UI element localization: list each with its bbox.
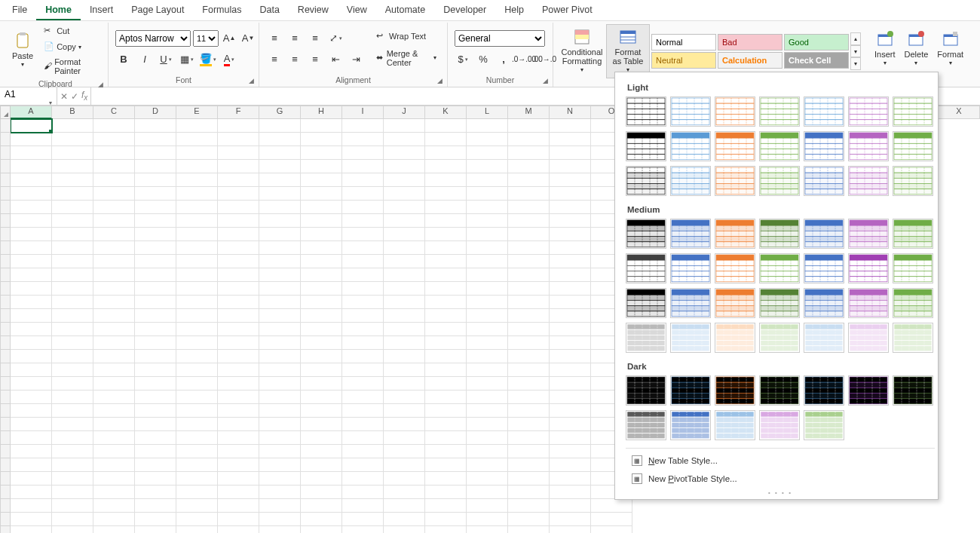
bold-button[interactable]: B	[115, 51, 132, 68]
cell[interactable]	[259, 445, 301, 458]
table-style-thumb[interactable]	[759, 323, 800, 353]
cell[interactable]	[301, 309, 342, 323]
cell[interactable]	[425, 323, 467, 336]
underline-button[interactable]: U	[158, 51, 174, 68]
cell[interactable]	[384, 472, 425, 486]
table-style-thumb[interactable]	[759, 166, 800, 196]
row-header[interactable]	[0, 363, 11, 377]
cell[interactable]	[135, 350, 176, 363]
cell[interactable]	[550, 173, 591, 187]
row-header[interactable]	[0, 201, 11, 214]
align-bottom-button[interactable]: ≡	[307, 30, 323, 47]
cell[interactable]	[11, 526, 52, 533]
cell[interactable]	[550, 377, 591, 391]
cell[interactable]	[135, 255, 176, 268]
cell[interactable]	[11, 458, 52, 472]
cell[interactable]	[11, 133, 52, 146]
cell[interactable]	[384, 404, 425, 418]
table-style-thumb[interactable]	[715, 166, 755, 196]
table-style-thumb[interactable]	[804, 323, 844, 353]
cell[interactable]	[301, 241, 342, 255]
cell[interactable]	[301, 228, 342, 241]
cell[interactable]	[301, 458, 342, 472]
cell[interactable]	[259, 336, 301, 350]
cell[interactable]	[550, 160, 591, 173]
cell[interactable]	[467, 296, 508, 309]
row-header[interactable]	[0, 526, 11, 533]
cell[interactable]	[135, 268, 176, 282]
cell[interactable]	[11, 201, 52, 214]
cell[interactable]	[259, 513, 301, 526]
cell[interactable]	[467, 486, 508, 499]
cell[interactable]	[342, 323, 384, 336]
cell[interactable]	[93, 201, 135, 214]
cell[interactable]	[259, 418, 301, 431]
cell[interactable]	[218, 309, 259, 323]
cell[interactable]	[425, 486, 467, 499]
cell[interactable]	[218, 404, 259, 418]
cell[interactable]	[467, 391, 508, 404]
cell[interactable]	[93, 458, 135, 472]
cell-style-bad[interactable]: Bad	[718, 34, 782, 51]
delete-cells-button[interactable]: Delete▾	[900, 27, 933, 71]
table-style-thumb[interactable]	[626, 323, 666, 353]
table-style-thumb[interactable]	[893, 323, 933, 353]
cell[interactable]	[176, 282, 218, 296]
cell[interactable]	[384, 146, 425, 160]
cell[interactable]	[425, 133, 467, 146]
cell[interactable]	[52, 214, 93, 228]
table-style-thumb[interactable]	[804, 131, 844, 161]
cell[interactable]	[52, 119, 93, 133]
table-style-thumb[interactable]	[848, 131, 889, 161]
cell[interactable]	[135, 363, 176, 377]
cell[interactable]	[467, 363, 508, 377]
cut-button[interactable]: ✂Cut	[40, 24, 101, 38]
cell[interactable]	[218, 160, 259, 173]
borders-button[interactable]: ▦	[179, 51, 195, 68]
table-style-thumb[interactable]	[715, 131, 755, 161]
table-style-thumb[interactable]	[804, 96, 844, 127]
cell[interactable]	[52, 309, 93, 323]
cell[interactable]	[135, 391, 176, 404]
cell[interactable]	[384, 268, 425, 282]
cell[interactable]	[93, 173, 135, 187]
table-style-thumb[interactable]	[804, 288, 844, 318]
cell[interactable]	[342, 458, 384, 472]
cell[interactable]	[425, 241, 467, 255]
cell[interactable]	[342, 214, 384, 228]
cell[interactable]	[11, 404, 52, 418]
cell[interactable]	[384, 486, 425, 499]
cell[interactable]	[218, 363, 259, 377]
cell[interactable]	[52, 173, 93, 187]
cell[interactable]	[176, 255, 218, 268]
col-header-X[interactable]: X	[939, 106, 980, 119]
table-style-thumb[interactable]	[759, 375, 800, 406]
cell[interactable]	[218, 255, 259, 268]
cell[interactable]	[550, 309, 591, 323]
cell[interactable]	[259, 486, 301, 499]
row-header[interactable]	[0, 418, 11, 431]
cell[interactable]	[135, 472, 176, 486]
cell[interactable]	[301, 201, 342, 214]
table-style-thumb[interactable]	[848, 219, 889, 249]
table-style-thumb[interactable]	[893, 166, 933, 196]
cell[interactable]	[11, 418, 52, 431]
cell[interactable]	[176, 160, 218, 173]
cell[interactable]	[11, 146, 52, 160]
col-header-I[interactable]: I	[342, 106, 384, 119]
number-format-select[interactable]: General	[455, 30, 545, 47]
col-header-F[interactable]: F	[218, 106, 259, 119]
cell[interactable]	[218, 173, 259, 187]
cell[interactable]	[342, 391, 384, 404]
cell[interactable]	[93, 296, 135, 309]
cell[interactable]	[259, 187, 301, 201]
cell[interactable]	[301, 255, 342, 268]
format-as-table-button[interactable]: Format as Table ▾	[606, 24, 650, 78]
cell[interactable]	[52, 458, 93, 472]
cell[interactable]	[301, 486, 342, 499]
cell[interactable]	[176, 201, 218, 214]
cell[interactable]	[467, 133, 508, 146]
cell[interactable]	[135, 133, 176, 146]
cell[interactable]	[342, 377, 384, 391]
cell[interactable]	[259, 472, 301, 486]
